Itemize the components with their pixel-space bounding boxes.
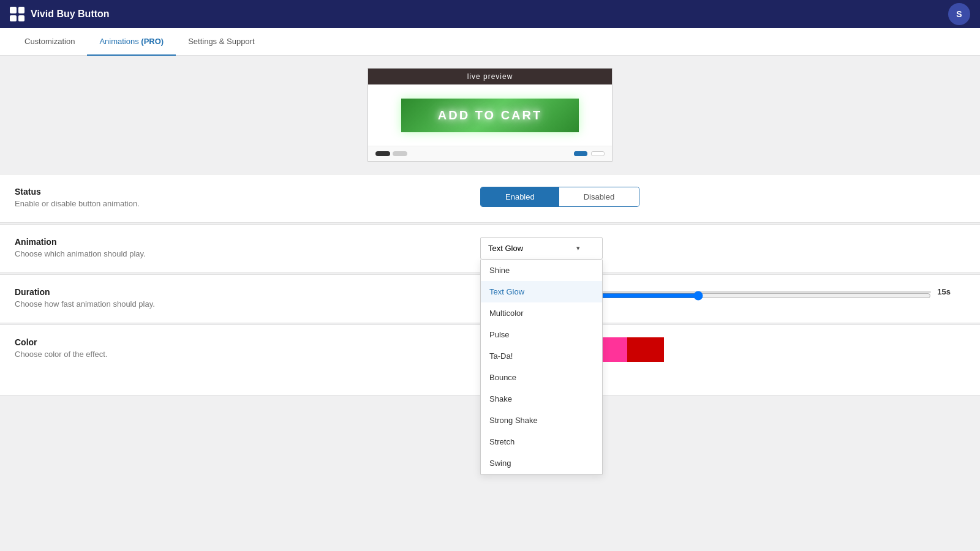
top-bar: Vivid Buy Button S — [0, 0, 980, 28]
option-swing[interactable]: Swing — [481, 452, 602, 474]
option-shake[interactable]: Shake — [481, 388, 602, 410]
duration-label-col: Duration Choose how fast animation shoul… — [15, 287, 480, 309]
animation-dropdown: Shine Text Glow Multicolor Pulse Ta-Da! … — [480, 260, 603, 474]
option-text-glow[interactable]: Text Glow — [481, 281, 602, 302]
tab-settings[interactable]: Settings & Support — [176, 28, 266, 56]
dot-inactive — [393, 151, 407, 156]
app-title: Vivid Buy Button — [31, 9, 110, 20]
color-label: Color — [15, 337, 468, 347]
preview-dots — [375, 151, 407, 156]
option-strong-shake[interactable]: Strong Shake — [481, 410, 602, 431]
chevron-down-icon: ▾ — [576, 244, 580, 252]
color-label-col: Color Choose color of the effect. — [15, 337, 480, 359]
status-toggle-group: Enabled Disabled — [480, 187, 639, 207]
preview-buttons — [574, 151, 605, 156]
tab-animations[interactable]: Animations (PRO) — [87, 28, 176, 56]
swatch-red[interactable] — [627, 337, 664, 362]
dot-active — [375, 151, 390, 156]
duration-value: 15s — [937, 287, 965, 296]
option-pulse[interactable]: Pulse — [481, 324, 602, 345]
animation-select[interactable]: Text Glow ▾ — [480, 237, 603, 260]
add-to-cart-button[interactable]: ADD TO CART — [401, 99, 579, 132]
logo-icon — [10, 7, 24, 21]
animation-description: Choose which animation should play. — [15, 249, 468, 258]
option-multicolor[interactable]: Multicolor — [481, 302, 602, 324]
option-bounce[interactable]: Bounce — [481, 367, 602, 388]
animation-control: Text Glow ▾ Shine Text Glow Multicolor P… — [480, 237, 965, 260]
color-description: Choose color of the effect. — [15, 350, 468, 359]
status-row: Status Enable or disable button animatio… — [0, 174, 980, 223]
app-logo: Vivid Buy Button — [10, 7, 110, 21]
animation-label-col: Animation Choose which animation should … — [15, 237, 480, 258]
tab-customization[interactable]: Customization — [12, 28, 87, 56]
status-description: Enable or disable button animation. — [15, 199, 468, 208]
main-content: live preview ADD TO CART Status Ena — [0, 56, 980, 551]
option-shine[interactable]: Shine — [481, 260, 602, 281]
animation-select-wrapper: Text Glow ▾ Shine Text Glow Multicolor P… — [480, 237, 603, 260]
preview-btn-1[interactable] — [574, 151, 587, 156]
user-avatar[interactable]: S — [948, 3, 970, 25]
status-label: Status — [15, 187, 468, 197]
preview-footer — [368, 146, 612, 161]
preview-header: live preview — [368, 69, 612, 84]
option-ta-da[interactable]: Ta-Da! — [481, 345, 602, 367]
animation-row: Animation Choose which animation should … — [0, 224, 980, 273]
nav-tabs: Customization Animations (PRO) Settings … — [0, 28, 980, 56]
preview-box: live preview ADD TO CART — [368, 68, 612, 162]
status-label-col: Status Enable or disable button animatio… — [15, 187, 480, 208]
preview-body: ADD TO CART — [368, 84, 612, 146]
preview-container: live preview ADD TO CART — [368, 68, 612, 162]
option-stretch[interactable]: Stretch — [481, 431, 602, 452]
disabled-button[interactable]: Disabled — [559, 187, 639, 206]
status-control: Enabled Disabled — [480, 187, 965, 207]
duration-description: Choose how fast animation should play. — [15, 299, 468, 309]
animation-label: Animation — [15, 237, 468, 247]
settings-area: Status Enable or disable button animatio… — [0, 174, 980, 395]
duration-label: Duration — [15, 287, 468, 297]
preview-btn-2[interactable] — [591, 151, 605, 156]
enabled-button[interactable]: Enabled — [481, 187, 559, 206]
